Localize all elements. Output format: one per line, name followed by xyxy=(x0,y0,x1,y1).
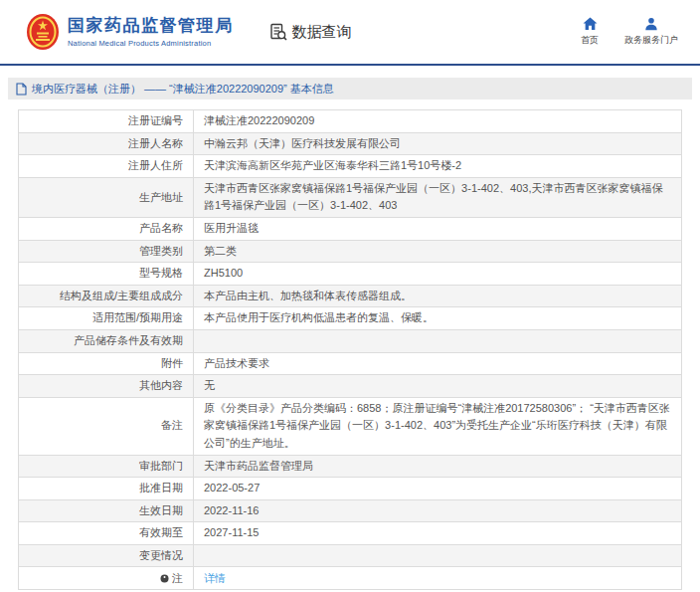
row-value xyxy=(194,545,681,567)
row-label: 变更情况 xyxy=(19,545,194,567)
row-value-text: 产品技术要求 xyxy=(204,355,269,373)
logo-text: 国家药品监督管理局 National Medical Products Admi… xyxy=(68,16,234,47)
page-title-bar: 境内医疗器械（注册） —— “津械注准20222090209” 基本信息 xyxy=(8,78,692,99)
page-title: 境内医疗器械（注册） —— “津械注准20222090209” 基本信息 xyxy=(32,82,334,97)
row-label-text: 适用范围/预期用途 xyxy=(92,309,183,327)
row-value-text: 详情 xyxy=(204,570,226,588)
row-label: 产品储存条件及有效期 xyxy=(19,330,194,352)
header: 国家药品监督管理局 National Medical Products Admi… xyxy=(0,0,700,64)
header-divider xyxy=(0,64,700,66)
row-value-text: 本产品使用于医疗机构低温患者的复温、保暖。 xyxy=(204,309,434,327)
row-label: 批准日期 xyxy=(19,478,194,499)
row-value: 原《分类目录》产品分类编码：6858；原注册证编号“津械注准2017258030… xyxy=(194,398,681,455)
row-value: 第二类 xyxy=(194,241,681,263)
table-row: 结构及组成/主要组成成分本产品由主机、加热毯和体表传感器组成。 xyxy=(19,286,681,308)
row-label-text: 结构及组成/主要组成成分 xyxy=(60,288,183,305)
row-label: 有效期至 xyxy=(19,522,194,544)
row-label: 结构及组成/主要组成成分 xyxy=(19,286,194,307)
table-row: 注册人名称中瀚云邦（天津）医疗科技发展有限公司 xyxy=(19,133,681,156)
site-subtitle: National Medical Products Administration xyxy=(68,39,234,48)
row-value: 天津市药品监督管理局 xyxy=(194,456,681,478)
row-label-text: 有效期至 xyxy=(139,524,183,542)
row-value: 产品技术要求 xyxy=(194,353,681,375)
doc-search-icon xyxy=(269,23,288,42)
nav-gov-portal[interactable]: 政务服务门户 xyxy=(624,17,678,47)
row-label-text: 附件 xyxy=(161,355,183,373)
row-value-text: 津械注准20222090209 xyxy=(204,112,314,130)
row-label-text: 注册人住所 xyxy=(128,157,183,175)
row-value xyxy=(194,330,681,352)
row-value: 津械注准20222090209 xyxy=(194,110,681,132)
nav-home-label: 首页 xyxy=(581,34,599,47)
row-value-text: 2022-05-27 xyxy=(204,480,260,497)
table-row: 管理类别第二类 xyxy=(19,241,681,264)
site-title: 国家药品监督管理局 xyxy=(68,16,234,36)
top-nav: 首页 政务服务门户 xyxy=(581,17,678,47)
table-row: 审批部门天津市药品监督管理局 xyxy=(19,456,681,479)
row-label-text: 生效日期 xyxy=(139,502,183,520)
table-row: 变更情况 xyxy=(19,545,681,568)
row-value-text: 无 xyxy=(204,377,215,395)
row-label: 备注 xyxy=(19,398,194,455)
row-label-text: 备注 xyxy=(161,417,183,435)
table-row: 附件产品技术要求 xyxy=(19,353,681,376)
row-value: 本产品使用于医疗机构低温患者的复温、保暖。 xyxy=(194,307,681,329)
row-label: 附件 xyxy=(19,353,194,375)
row-label-text: 产品名称 xyxy=(139,220,183,238)
row-label: 生产地址 xyxy=(19,178,194,217)
national-emblem-icon xyxy=(26,13,60,51)
row-value: ZH5100 xyxy=(194,263,681,285)
home-icon xyxy=(583,17,598,31)
row-value-text: 本产品由主机、加热毯和体表传感器组成。 xyxy=(204,288,412,305)
row-value-text: 2022-11-16 xyxy=(204,502,259,520)
details-link[interactable]: 详情 xyxy=(194,567,681,589)
row-value: 本产品由主机、加热毯和体表传感器组成。 xyxy=(194,286,681,307)
row-value: 天津市西青区张家窝镇福保路1号福保产业园（一区）3-1-402、403,天津市西… xyxy=(194,178,681,217)
info-table: 注册证编号津械注准20222090209注册人名称中瀚云邦（天津）医疗科技发展有… xyxy=(18,109,682,590)
row-value-text: 天津市药品监督管理局 xyxy=(204,458,313,476)
table-row: 有效期至2027-11-15 xyxy=(19,522,681,545)
page: 国家药品监督管理局 National Medical Products Admi… xyxy=(0,0,700,590)
nmpa-logo[interactable]: 国家药品监督管理局 National Medical Products Admi… xyxy=(26,13,234,51)
row-label-text: 产品储存条件及有效期 xyxy=(74,332,183,350)
row-label: 注册人名称 xyxy=(19,133,194,155)
row-value: 医用升温毯 xyxy=(194,218,681,240)
table-row: 产品储存条件及有效期 xyxy=(19,330,681,353)
table-row: 批准日期2022-05-27 xyxy=(19,478,681,500)
row-label: 管理类别 xyxy=(19,241,194,263)
table-row: 生效日期2022-11-16 xyxy=(19,500,681,523)
row-label-text: 审批部门 xyxy=(139,458,183,476)
row-value-text: 原《分类目录》产品分类编码：6858；原注册证编号“津械注准2017258030… xyxy=(204,400,671,453)
row-label-text: 其他内容 xyxy=(139,377,183,395)
row-label-text: 批准日期 xyxy=(139,480,183,497)
row-label-text: 注 xyxy=(172,570,183,588)
row-label-text: 管理类别 xyxy=(139,243,183,261)
table-row: 生产地址天津市西青区张家窝镇福保路1号福保产业园（一区）3-1-402、403,… xyxy=(19,178,681,218)
row-value: 2022-11-16 xyxy=(194,500,681,522)
note-icon xyxy=(160,574,169,583)
row-label: 注册证编号 xyxy=(19,110,194,132)
row-value: 无 xyxy=(194,375,681,397)
table-row: 其他内容无 xyxy=(19,375,681,398)
table-row: 注详情 xyxy=(19,567,681,589)
data-query-label: 数据查询 xyxy=(292,23,352,42)
row-label: 注 xyxy=(19,567,194,589)
row-value-text: 天津滨海高新区华苑产业区海泰华科三路1号10号楼-2 xyxy=(204,157,461,175)
row-label: 适用范围/预期用途 xyxy=(19,307,194,329)
row-label: 其他内容 xyxy=(19,375,194,397)
row-value: 2027-11-15 xyxy=(194,522,681,544)
row-label-text: 变更情况 xyxy=(139,547,183,565)
table-row: 注册证编号津械注准20222090209 xyxy=(19,110,681,133)
row-value-text: 2027-11-15 xyxy=(204,524,259,542)
nav-home[interactable]: 首页 xyxy=(581,17,599,47)
row-label-text: 注册人名称 xyxy=(128,135,183,153)
table-row: 注册人住所天津滨海高新区华苑产业区海泰华科三路1号10号楼-2 xyxy=(19,155,681,178)
row-value: 天津滨海高新区华苑产业区海泰华科三路1号10号楼-2 xyxy=(194,155,681,177)
table-row: 产品名称医用升温毯 xyxy=(19,218,681,241)
row-value-text: ZH5100 xyxy=(204,265,243,283)
nav-gov-portal-label: 政务服务门户 xyxy=(624,34,678,47)
data-query-tab[interactable]: 数据查询 xyxy=(269,23,352,42)
row-label-text: 生产地址 xyxy=(139,189,183,207)
table-row: 备注原《分类目录》产品分类编码：6858；原注册证编号“津械注准20172580… xyxy=(19,398,681,456)
row-value-text: 第二类 xyxy=(204,243,237,261)
